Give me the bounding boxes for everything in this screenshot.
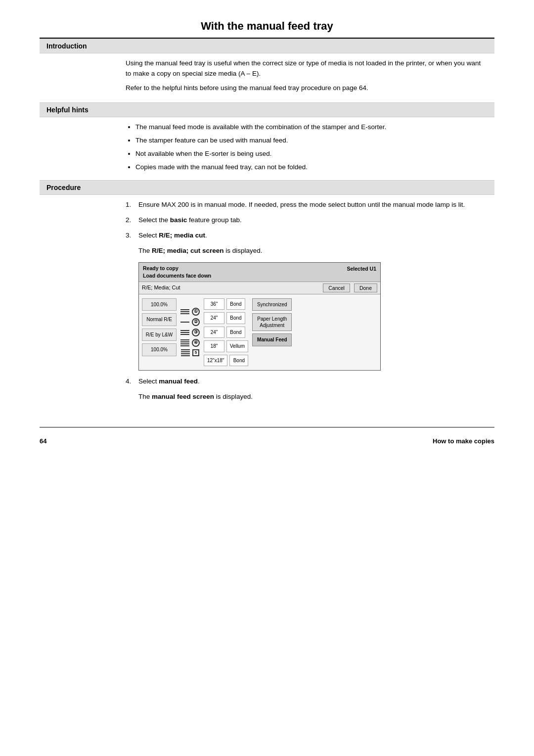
icon-circle-4: ④	[192, 339, 200, 347]
icon-circle-1: ①	[192, 308, 200, 316]
media-type-4[interactable]: Vellum	[226, 340, 248, 352]
introduction-label: Introduction	[40, 39, 119, 53]
helpful-hints-header-row: Helpful hints	[40, 102, 494, 117]
media-type-1[interactable]: Bond	[226, 298, 245, 310]
intro-para-1: Using the manual feed tray is useful whe…	[126, 58, 488, 79]
introduction-content: Using the manual feed tray is useful whe…	[119, 53, 494, 103]
screen-cell-100pct-bot[interactable]: 100.0%	[142, 343, 177, 356]
icon-line	[180, 345, 189, 346]
screen-left-col: 100.0% Normal R/E R/E by L&W 100.0%	[142, 298, 177, 367]
step-1: 1. Ensure MAX 200 is in manual mode. If …	[126, 200, 488, 210]
helpful-hints-label: Helpful hints	[40, 102, 119, 117]
screen-done-button[interactable]: Done	[354, 284, 377, 292]
media-row-4: 18" Vellum	[204, 340, 248, 352]
media-type-2[interactable]: Bond	[226, 312, 245, 324]
icon-line	[181, 349, 190, 350]
footer-section-title: How to make copies	[433, 437, 494, 445]
hint-4: Copies made with the manual feed tray, c…	[135, 162, 488, 173]
intro-para-2: Refer to the helpful hints before using …	[126, 83, 488, 94]
icon-line	[180, 339, 189, 340]
screen-cell-100pct-top[interactable]: 100.0%	[142, 298, 177, 311]
icon-line	[181, 353, 190, 354]
icon-line	[180, 311, 189, 312]
icon-box-5: 5	[192, 349, 199, 356]
screen-selected: Selected U1	[347, 265, 376, 273]
icon-lines-5	[181, 349, 190, 356]
hint-2: The stamper feature can be used with man…	[135, 136, 488, 146]
icon-row-1: ①	[180, 308, 200, 316]
ui-screen: Ready to copy Load documents face down S…	[138, 262, 381, 371]
screen-action-col: Synchronized Paper LengthAdjustment Manu…	[252, 298, 292, 367]
icon-circle-2: ②	[192, 318, 200, 326]
icon-row-5: 5	[181, 349, 199, 356]
step-3: 3. Select R/E; media cut.	[126, 231, 488, 241]
helpful-hints-content: The manual feed mode is available with t…	[119, 117, 494, 181]
media-type-3[interactable]: Bond	[226, 327, 245, 338]
media-type-5[interactable]: Bond	[229, 355, 248, 367]
step-3-bold: R/E; media cut	[159, 232, 205, 239]
screen-caption-bold: R/E; media; cut screen	[152, 247, 224, 254]
screen-menubar: R/E; Media; Cut Cancel Done	[139, 282, 380, 294]
media-size-5[interactable]: 12"x18"	[204, 355, 227, 367]
icon-line	[181, 351, 190, 352]
helpful-hints-list: The manual feed mode is available with t…	[135, 122, 488, 173]
icon-circle-3: ③	[192, 329, 200, 336]
content-table: Introduction Using the manual feed tray …	[40, 39, 494, 407]
icon-line	[180, 309, 189, 310]
page-title: With the manual feed tray	[40, 20, 494, 39]
introduction-header-row: Introduction	[40, 39, 494, 53]
icon-line	[180, 341, 189, 342]
screen-cancel-button[interactable]: Cancel	[323, 284, 350, 292]
icon-row-3: ③	[180, 329, 200, 336]
hint-1: The manual feed mode is available with t…	[135, 122, 488, 133]
synchronized-button[interactable]: Synchronized	[252, 298, 292, 311]
icon-line	[180, 332, 189, 333]
step-2: 2. Select the basic feature group tab.	[126, 215, 488, 226]
screen-menu-label: R/E; Media; Cut	[142, 284, 319, 292]
media-row-3: 24" Bond	[204, 327, 248, 338]
procedure-content: 1. Ensure MAX 200 is in manual mode. If …	[119, 195, 494, 407]
icon-row-2: ②	[180, 318, 200, 326]
icon-lines-1	[180, 309, 189, 314]
procedure-list: 1. Ensure MAX 200 is in manual mode. If …	[126, 200, 488, 241]
screen-cell-normal-re[interactable]: Normal R/E	[142, 313, 177, 326]
footer: 64 How to make copies	[40, 427, 494, 445]
icon-line	[180, 322, 189, 323]
media-size-2[interactable]: 24"	[204, 312, 224, 324]
media-row-2: 24" Bond	[204, 312, 248, 324]
step4-caption: The manual feed screen is displayed.	[138, 392, 488, 402]
procedure-content-row: 1. Ensure MAX 200 is in manual mode. If …	[40, 195, 494, 407]
screen-ready: Ready to copy	[143, 265, 211, 272]
screen-cell-re-lw[interactable]: R/E by L&W	[142, 329, 177, 341]
media-size-4[interactable]: 18"	[204, 340, 224, 352]
screen-caption: The R/E; media; cut screen is displayed.	[138, 246, 488, 256]
icon-line	[180, 330, 189, 331]
icon-lines-3	[180, 330, 189, 335]
hint-3: Not available when the E-sorter is being…	[135, 149, 488, 159]
introduction-content-row: Using the manual feed tray is useful whe…	[40, 53, 494, 103]
screen-center-col: ① ②	[180, 298, 200, 367]
icon-line	[180, 334, 189, 335]
procedure-list-step4: 4. Select manual feed.	[126, 377, 488, 387]
icon-line	[180, 313, 189, 314]
helpful-hints-content-row: The manual feed mode is available with t…	[40, 117, 494, 181]
media-row-1: 36" Bond	[204, 298, 248, 310]
icon-lines-4	[180, 339, 189, 346]
step-4: 4. Select manual feed.	[126, 377, 488, 387]
step-2-bold: basic	[170, 216, 187, 224]
procedure-label: Procedure	[40, 181, 119, 195]
paper-length-button[interactable]: Paper LengthAdjustment	[252, 313, 292, 331]
procedure-header-row: Procedure	[40, 181, 494, 195]
step-4-bold: manual feed	[159, 378, 198, 385]
screen-media-rows: 36" Bond 24" Bond 24" Bond 18"	[204, 298, 248, 367]
screen-status-left: Ready to copy Load documents face down	[143, 265, 211, 279]
media-size-1[interactable]: 36"	[204, 298, 224, 310]
media-row-5: 12"x18" Bond	[204, 355, 248, 367]
manual-feed-button[interactable]: Manual Feed	[252, 333, 292, 346]
icon-lines-2	[180, 322, 189, 323]
screen-body: 100.0% Normal R/E R/E by L&W 100.0%	[139, 294, 380, 371]
footer-page-number: 64	[40, 437, 46, 445]
step4-caption-bold: manual feed screen	[152, 393, 214, 400]
media-size-3[interactable]: 24"	[204, 327, 224, 338]
icon-line	[181, 355, 190, 356]
